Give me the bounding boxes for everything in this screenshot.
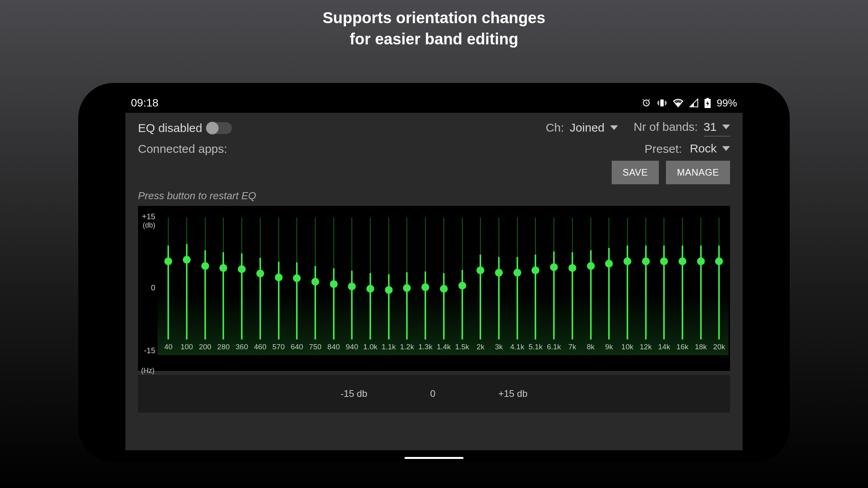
eq-band[interactable]: 3k [490, 211, 508, 355]
band-stem [314, 266, 316, 339]
eq-band[interactable]: 18k [691, 211, 710, 355]
band-freq-label: 40 [164, 343, 173, 351]
band-thumb[interactable] [587, 262, 595, 270]
band-freq-label: 20k [713, 343, 725, 351]
eq-band[interactable]: 14k [655, 211, 673, 355]
preset-dropdown[interactable]: Rock [690, 142, 730, 156]
band-thumb[interactable] [348, 283, 356, 290]
eq-band[interactable]: 4.1k [508, 211, 526, 355]
nav-indicator[interactable] [405, 457, 463, 459]
screen: 09:18 99% [125, 95, 743, 450]
gain-max: +15 db [498, 388, 528, 399]
band-thumb[interactable] [642, 257, 650, 265]
marketing-headline: Supports orientation changes for easier … [323, 7, 546, 50]
manage-button[interactable]: MANAGE [666, 161, 730, 184]
eq-band[interactable]: 1.1k [379, 211, 398, 355]
gain-scale-bar: -15 db 0 +15 db [138, 375, 730, 413]
eq-band[interactable]: 40 [159, 211, 178, 355]
band-thumb[interactable] [403, 284, 411, 292]
band-thumb[interactable] [605, 260, 613, 268]
eq-band[interactable]: 200 [196, 211, 214, 355]
eq-band[interactable]: 1.4k [435, 211, 453, 355]
eq-band[interactable]: 360 [233, 211, 251, 355]
band-thumb[interactable] [164, 257, 172, 265]
device-frame: 09:18 99% [78, 83, 790, 462]
y-axis: +15 (db) 0 -15 [138, 211, 158, 371]
eq-band[interactable]: 12k [636, 211, 655, 355]
band-stem [425, 272, 426, 339]
eq-band[interactable]: 2k [471, 211, 490, 355]
chevron-down-icon [610, 125, 618, 130]
eq-band[interactable]: 16k [673, 211, 692, 355]
eq-band[interactable]: 1.5k [453, 211, 471, 355]
band-stem [406, 272, 408, 340]
status-icons: 99% [641, 97, 737, 109]
band-thumb[interactable] [679, 257, 686, 265]
band-thumb[interactable] [550, 263, 558, 271]
eq-band[interactable]: 9k [600, 211, 618, 355]
band-thumb[interactable] [293, 274, 301, 282]
eq-band[interactable]: 280 [214, 211, 233, 355]
band-freq-label: 18k [695, 343, 707, 351]
band-thumb[interactable] [458, 282, 466, 290]
band-thumb[interactable] [385, 286, 393, 294]
battery-percent: 99% [717, 97, 737, 109]
eq-band[interactable]: 460 [251, 211, 270, 355]
band-thumb[interactable] [183, 256, 191, 264]
save-button[interactable]: SAVE [612, 161, 659, 184]
band-freq-label: 3k [495, 343, 503, 351]
channel-dropdown[interactable]: Joined [570, 121, 618, 135]
eq-band[interactable]: 570 [269, 211, 288, 355]
marketing-line-2: for easier band editing [323, 28, 546, 50]
band-thumb[interactable] [421, 283, 429, 291]
preset-wrap: Preset: Rock [645, 142, 730, 156]
eq-band[interactable]: 5.1k [526, 211, 545, 355]
eq-band[interactable]: 100 [178, 211, 196, 355]
band-freq-label: 16k [677, 343, 689, 351]
eq-band[interactable]: 640 [288, 211, 306, 355]
band-thumb[interactable] [238, 265, 246, 273]
band-thumb[interactable] [568, 264, 576, 272]
chevron-down-icon [722, 146, 730, 151]
gain-min: -15 db [340, 388, 367, 399]
eq-band[interactable]: 1.2k [398, 211, 416, 355]
eq-band[interactable]: 10k [618, 211, 637, 355]
status-time: 09:18 [131, 97, 158, 109]
wifi-icon [673, 98, 684, 108]
band-freq-label: 1.2k [400, 343, 414, 351]
eq-band[interactable]: 20k [710, 211, 728, 355]
eq-band[interactable]: 940 [343, 211, 361, 355]
band-thumb[interactable] [366, 285, 374, 293]
band-thumb[interactable] [660, 257, 668, 265]
eq-status-label: EQ disabled [138, 121, 202, 135]
band-thumb[interactable] [219, 264, 227, 272]
equalizer-chart: +15 (db) 0 -15 4010020028036046057064075… [138, 206, 730, 371]
band-thumb[interactable] [256, 270, 264, 277]
eq-band[interactable]: 7k [563, 211, 581, 355]
band-thumb[interactable] [275, 273, 283, 281]
y-max: +15 [138, 212, 155, 221]
eq-band[interactable]: 840 [324, 211, 343, 355]
band-stem [351, 271, 353, 339]
eq-band[interactable]: 6.1k [545, 211, 563, 355]
eq-band[interactable]: 750 [306, 211, 325, 355]
band-thumb[interactable] [330, 280, 338, 288]
band-thumb[interactable] [513, 269, 521, 277]
band-thumb[interactable] [623, 257, 631, 265]
band-thumb[interactable] [311, 278, 319, 286]
y-min: -15 [138, 346, 155, 355]
band-thumb[interactable] [697, 257, 705, 265]
band-thumb[interactable] [715, 257, 723, 265]
band-freq-label: 14k [658, 343, 670, 351]
band-thumb[interactable] [531, 266, 539, 274]
band-thumb[interactable] [201, 262, 209, 270]
eq-band[interactable]: 8k [581, 211, 600, 355]
eq-toggle[interactable] [207, 122, 232, 134]
band-thumb[interactable] [495, 269, 503, 277]
bands-dropdown[interactable]: 31 [704, 120, 730, 136]
band-freq-label: 750 [309, 343, 322, 351]
band-thumb[interactable] [440, 285, 448, 293]
eq-band[interactable]: 1.0k [361, 211, 380, 355]
band-thumb[interactable] [476, 266, 484, 274]
eq-band[interactable]: 1.3k [416, 211, 435, 355]
